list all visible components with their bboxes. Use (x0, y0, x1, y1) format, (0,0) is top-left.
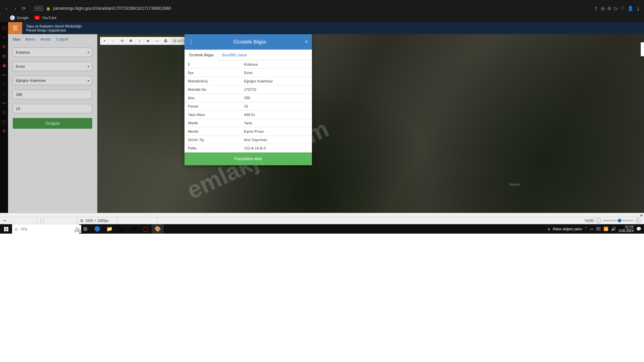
start-button[interactable] (0, 224, 12, 234)
sidebar-icon[interactable]: — (2, 101, 6, 105)
modal-tab-attributes[interactable]: Öznitelik Bilgisi (184, 50, 218, 60)
back-button[interactable]: ‹ (3, 5, 9, 11)
app-org-title: Tapu ve Kadastro Genel Müdürlüğü (26, 24, 82, 28)
profile-icon[interactable]: 👤 (628, 6, 633, 11)
search-icon: ⌕ (15, 226, 18, 232)
zoom-in-button[interactable]: + (635, 218, 641, 223)
sidebar-icon[interactable]: ⊞ (2, 44, 6, 49)
forward-button[interactable]: › (12, 5, 18, 11)
browser-toolbar: ‹ › ⟳ VPN 🔒 parselsorgu.tkgm.gov.tr/#ara… (0, 3, 644, 13)
task-mail[interactable]: ✉ (127, 224, 140, 234)
task-store[interactable]: 🛍 (115, 224, 127, 234)
sidebar-icon[interactable]: ⬡ (2, 119, 6, 124)
star-button[interactable]: ★ (144, 37, 153, 45)
right-panel-toggle[interactable] (641, 42, 644, 56)
bookmark-google[interactable]: G Google (10, 15, 29, 20)
tray-touchpad-icon[interactable]: ⌧ (596, 227, 601, 231)
attr-val: 10 (240, 102, 312, 111)
tray-wifi-icon[interactable]: 📶 (603, 227, 608, 231)
download-icon[interactable]: ⭳ (636, 6, 641, 11)
blocker-icon[interactable]: ⊘ (607, 6, 611, 11)
attr-key: Nitelik (184, 119, 240, 127)
modal-tab-buildings[interactable]: Bina/BB Listesi (218, 50, 251, 60)
sidebar-icon[interactable]: — (2, 72, 6, 77)
sidebar-icon[interactable]: ▣ (2, 63, 6, 68)
resize-icon[interactable]: ⛶ (40, 219, 44, 223)
task-edge[interactable]: 🔵 (91, 224, 103, 234)
tab-idari[interactable]: İdari (13, 35, 20, 43)
mahalle-select[interactable]: Eğrigöz Kalehisar (13, 76, 92, 85)
attribute-modal: ⋮ Öznitelik Bilgisi × Öznitelik Bilgisi … (184, 34, 312, 165)
tray-volume-icon[interactable]: 🔊 (611, 227, 616, 231)
sorgula-button[interactable]: Sorgula (13, 118, 92, 129)
sidebar-icon[interactable]: ▭ (2, 35, 6, 40)
ilce-value: Emet (16, 64, 25, 68)
print-button[interactable]: 🖶 (161, 37, 170, 45)
parsel-input[interactable] (13, 104, 92, 113)
tray-clock[interactable]: 01:22 3.06.2024 (619, 225, 634, 233)
table-row: Mahalle/KöyEğrigöz Kalehisar (184, 77, 312, 85)
measure-button[interactable]: — (153, 37, 161, 45)
ilce-select[interactable]: Emet (13, 62, 92, 71)
zoom-slider[interactable] (603, 220, 633, 221)
task-explorer[interactable]: 📁 (103, 224, 115, 234)
il-select[interactable]: Kütahya (13, 48, 92, 57)
bookmark-youtube[interactable]: YouTube (35, 16, 56, 20)
notifications-icon[interactable]: 💬 (636, 227, 641, 231)
map-toolbar: + − ⟲ ✥ i ★ — 🖶 (100, 37, 170, 45)
sidebar-icon[interactable]: ◷ (2, 110, 6, 115)
zoom-in-button[interactable]: + (100, 37, 109, 45)
reload-button[interactable]: ⟳ (21, 5, 27, 11)
tab-cografi[interactable]: Coğrafi (56, 35, 68, 43)
vpn-badge[interactable]: VPN (34, 6, 43, 11)
tray-battery-icon[interactable]: ▭ (590, 227, 593, 231)
task-opera[interactable]: ◯ (140, 224, 152, 234)
sidebar-icon[interactable]: ♨ (2, 82, 6, 86)
heart-icon[interactable]: ♡ (621, 6, 625, 11)
search-input[interactable] (21, 227, 71, 231)
zoom-percent: %100 (583, 219, 596, 223)
weather-text: Rekor değere yakın (553, 227, 582, 231)
horizontal-scrollbar[interactable]: ▶ (0, 213, 644, 217)
attr-key: Pafta (184, 144, 240, 153)
reset-button[interactable]: ⟲ (118, 37, 126, 45)
attr-key: Tapu Alanı (184, 111, 240, 119)
tab-adres[interactable]: Adres (25, 35, 35, 43)
sidebar-icon[interactable]: ▤ (2, 54, 6, 58)
crop-icon[interactable]: ✂ (3, 219, 6, 223)
screenshot-icon[interactable]: ◎ (601, 6, 605, 11)
table-row: Mahalle No170723 (184, 85, 312, 94)
ada-input[interactable] (13, 90, 92, 99)
zoom-thumb[interactable] (618, 219, 621, 222)
editor-status-bar: ✂ ⛶ ⧉644 × 362px %100 − + (0, 217, 644, 224)
modal-menu-button[interactable]: ⋮ (189, 39, 195, 45)
table-row: Tapu Alanı448,51 (184, 111, 312, 119)
task-paint[interactable]: 🎨 (152, 224, 164, 234)
sidebar-icon[interactable]: ◯ (2, 25, 6, 30)
task-view-button[interactable]: ⊞ (79, 224, 91, 234)
bookmark-bar: G Google YouTube (0, 13, 644, 22)
map[interactable]: + − ⟲ ✥ i ★ — 🖶 39.3871 : 29.24 emlakjet… (97, 34, 644, 214)
weather-widget[interactable]: 🌡 Rekor değere yakın (547, 227, 582, 231)
zoom-out-button[interactable]: − (596, 218, 601, 223)
tab-analiz[interactable]: Analiz (40, 35, 51, 43)
add-favorite-button[interactable]: Favorilere ekle (184, 153, 312, 165)
modal-title: Öznitelik Bilgisi (195, 39, 305, 45)
tray-chevron-icon[interactable]: ˄ (585, 227, 587, 231)
sidebar-icon[interactable]: ♪ (3, 91, 5, 96)
taskbar-search[interactable]: ⌕ 🚲 (12, 224, 79, 234)
modal-close-button[interactable]: × (305, 39, 308, 45)
table-row: Parsel10 (184, 102, 312, 111)
image-dimensions: 644 × 362px (85, 219, 109, 223)
attr-key: Ada (184, 94, 240, 102)
taskbar: ⌕ 🚲 ⊞ 🔵 📁 🛍 ✉ ◯ 🎨 🌡 Rekor değere yakın ˄… (0, 224, 644, 234)
zoom-out-button[interactable]: − (109, 37, 118, 45)
attr-key: Mahalle No (184, 85, 240, 94)
menu-button[interactable]: ☰ (8, 22, 22, 34)
info-button[interactable]: i (135, 37, 144, 45)
url-text[interactable]: parselsorgu.tkgm.gov.tr/#ara/idari/17072… (53, 6, 591, 11)
pan-button[interactable]: ✥ (126, 37, 135, 45)
share-icon[interactable]: ⇪ (594, 6, 598, 11)
sidebar-icon[interactable]: ⚙ (2, 129, 6, 133)
play-icon[interactable]: ▷ (614, 6, 618, 11)
